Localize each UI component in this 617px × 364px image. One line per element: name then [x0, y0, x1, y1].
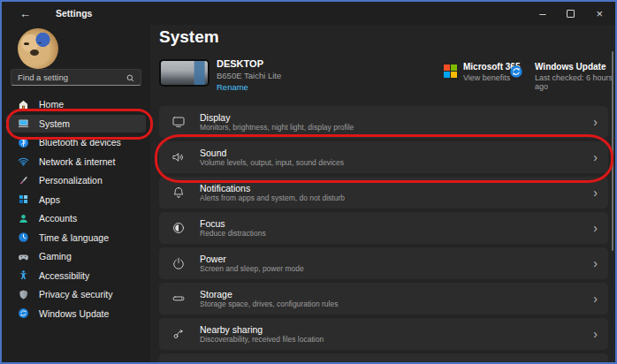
sidebar-item-network-internet[interactable]: Network & internet [6, 153, 146, 171]
row-subtitle: Storage space, drives, configuration rul… [200, 300, 338, 308]
settings-row-display[interactable]: Display Monitors, brightness, night ligh… [159, 106, 608, 138]
storage-icon [171, 292, 186, 306]
sidebar: Find a setting Home System Bluetooth & d… [2, 25, 150, 362]
sound-icon [171, 150, 186, 164]
row-title: Focus [200, 218, 266, 229]
update-icon [18, 307, 29, 319]
sidebar-item-label: Time & language [39, 232, 109, 243]
notifications-icon [171, 186, 186, 200]
row-subtitle: Volume levels, output, input, sound devi… [200, 158, 344, 167]
sidebar-item-label: Accessibility [39, 270, 89, 281]
scrollbar[interactable] [612, 51, 614, 251]
chevron-right-icon: › [593, 186, 598, 199]
search-icon [126, 73, 135, 83]
main-pane: System DESKTOP B650E Taichi Lite Rename … [150, 25, 615, 362]
row-title: Nearby sharing [200, 324, 324, 335]
chevron-right-icon: › [593, 222, 598, 234]
page-title: System [159, 27, 219, 47]
sidebar-item-label: Bluetooth & devices [39, 137, 121, 148]
sidebar-item-gaming[interactable]: Gaming [6, 247, 146, 265]
microsoft-logo-icon [444, 64, 457, 78]
sidebar-item-home[interactable]: Home [6, 95, 146, 113]
time-icon [18, 231, 29, 243]
settings-row-notifications[interactable]: Notifications Alerts from apps and syste… [159, 177, 608, 209]
chevron-right-icon: › [593, 151, 598, 163]
settings-row-nearby-sharing[interactable]: Nearby sharing Discoverability, received… [159, 318, 608, 350]
settings-rows: Display Monitors, brightness, night ligh… [159, 106, 608, 362]
sidebar-item-label: Home [39, 99, 64, 110]
sidebar-item-bluetooth-devices[interactable]: Bluetooth & devices [6, 133, 146, 151]
close-icon[interactable]: × [596, 8, 603, 19]
sidebar-item-privacy-security[interactable]: Privacy & security [6, 285, 146, 303]
row-title: Sound [200, 148, 344, 158]
device-model: B650E Taichi Lite [217, 71, 281, 80]
row-subtitle: Monitors, brightness, night light, displ… [200, 123, 354, 132]
power-icon [171, 256, 186, 270]
network-icon [18, 155, 29, 167]
display-icon [171, 115, 186, 129]
row-subtitle: Screen and sleep, power mode [200, 264, 304, 273]
row-title: Notifications [200, 183, 345, 193]
minimize-icon[interactable]: – [539, 8, 545, 19]
row-subtitle: Alerts from apps and system, do not dist… [200, 193, 345, 202]
sidebar-item-label: Apps [39, 194, 60, 205]
sidebar-item-label: Accounts [39, 213, 77, 224]
nearby-sharing-icon [171, 327, 186, 341]
device-name: DESKTOP [217, 58, 263, 69]
home-icon [18, 99, 29, 110]
personalization-icon [18, 175, 29, 186]
sidebar-item-accessibility[interactable]: Accessibility [6, 267, 146, 284]
gaming-icon [18, 251, 29, 262]
sidebar-item-windows-update[interactable]: Windows Update [6, 305, 146, 322]
sidebar-item-label: Windows Update [39, 308, 109, 319]
window-title: Settings [56, 8, 92, 19]
system-icon [18, 118, 29, 129]
device-thumbnail [159, 59, 209, 87]
settings-row-storage[interactable]: Storage Storage space, drives, configura… [159, 283, 608, 315]
window-controls: – × [539, 8, 603, 19]
privacy-icon [18, 289, 29, 300]
row-title: Power [200, 254, 304, 264]
settings-window: { "titlebar": { "title": "Settings", "ba… [0, 0, 617, 364]
apps-icon [18, 193, 29, 205]
sidebar-item-personalization[interactable]: Personalization [6, 171, 146, 189]
user-avatar[interactable] [18, 28, 58, 69]
chevron-right-icon: › [593, 328, 598, 340]
sidebar-item-system[interactable]: System [6, 115, 146, 133]
settings-row-sound[interactable]: Sound Volume levels, output, input, soun… [159, 141, 608, 173]
chevron-right-icon: › [593, 257, 598, 269]
search-placeholder: Find a setting [18, 72, 68, 82]
sidebar-item-time-language[interactable]: Time & language [6, 229, 146, 246]
sidebar-nav: Home System Bluetooth & devices Network … [6, 95, 146, 323]
sidebar-item-label: Network & internet [39, 156, 115, 167]
windows-update-subtitle: Last checked: 6 hours ago [535, 73, 615, 91]
rename-link[interactable]: Rename [217, 82, 248, 92]
accounts-icon [18, 213, 29, 224]
bluetooth-icon [18, 137, 29, 148]
windows-update-icon [509, 64, 523, 79]
windows-update-title[interactable]: Windows Update [535, 62, 606, 72]
row-subtitle: Discoverability, received files location [200, 335, 324, 344]
settings-row-multitasking[interactable]: Multitasking › [159, 353, 608, 362]
back-arrow-icon[interactable]: ← [19, 8, 31, 19]
row-title: Storage [200, 289, 338, 300]
sidebar-item-label: Personalization [39, 175, 103, 186]
ms365-subtitle: View benefits [463, 73, 510, 82]
accessibility-icon [18, 269, 29, 281]
titlebar: ← Settings – × [2, 2, 615, 25]
focus-icon [171, 221, 186, 235]
search-input[interactable]: Find a setting [11, 69, 141, 86]
settings-row-power[interactable]: Power Screen and sleep, power mode › [159, 247, 608, 279]
sidebar-item-apps[interactable]: Apps [6, 191, 146, 209]
row-subtitle: Reduce distractions [200, 229, 266, 238]
chevron-right-icon: › [593, 292, 598, 305]
chevron-right-icon: › [593, 116, 598, 128]
maximize-icon[interactable] [567, 10, 575, 18]
row-title: Display [200, 112, 354, 123]
sidebar-item-label: System [39, 118, 70, 129]
sidebar-item-label: Gaming [39, 251, 72, 262]
settings-row-focus[interactable]: Focus Reduce distractions › [159, 212, 608, 244]
sidebar-item-label: Privacy & security [39, 289, 112, 300]
sidebar-item-accounts[interactable]: Accounts [6, 209, 146, 227]
